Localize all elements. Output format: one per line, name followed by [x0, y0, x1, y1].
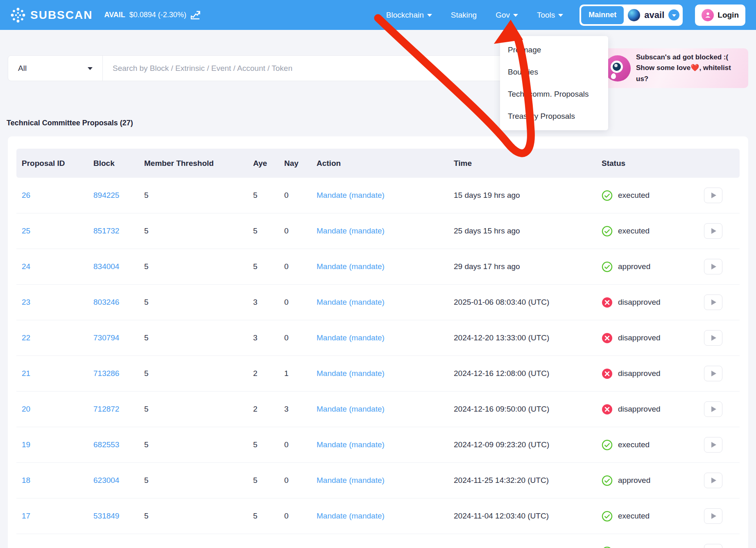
status-success-icon	[602, 546, 613, 548]
row-detail-button[interactable]	[704, 223, 722, 239]
play-icon	[711, 442, 716, 448]
status-label: disapproved	[618, 405, 661, 414]
table-row: 19 682553 5 5 0 Mandate (mandate) 2024-1…	[16, 427, 740, 463]
action-link[interactable]: Mandate (mandate)	[317, 298, 454, 307]
price-chart-icon[interactable]	[190, 11, 200, 20]
proposal-id-link[interactable]: 25	[22, 226, 93, 236]
table-row: 24 834004 5 5 0 Mandate (mandate) 29 day…	[16, 249, 740, 285]
nay-value: 0	[284, 440, 317, 449]
member-threshold-value: 5	[144, 298, 253, 307]
nav-blockchain[interactable]: Blockchain	[386, 11, 432, 20]
nay-value: 1	[284, 369, 317, 378]
menu-item-tech-comm-proposals[interactable]: Tech. comm. Proposals	[500, 83, 608, 105]
page-title: Technical Committee Proposals (27)	[7, 119, 133, 127]
time-value: 2024-12-16 12:08:00 (UTC)	[454, 369, 602, 378]
status-cell: disapproved	[602, 404, 696, 415]
row-detail-button[interactable]	[704, 188, 722, 203]
aye-value: 5	[253, 226, 284, 236]
status-cell: executed	[602, 439, 696, 451]
search-filter-select[interactable]: All	[8, 56, 103, 81]
action-link[interactable]: Mandate (mandate)	[317, 191, 454, 200]
status-success-icon	[602, 226, 613, 237]
row-detail-button[interactable]	[704, 294, 722, 310]
row-detail-button[interactable]	[704, 366, 722, 381]
proposal-id-link[interactable]: 24	[22, 262, 93, 271]
time-value: 15 days 19 hrs ago	[454, 191, 602, 200]
block-link[interactable]: 713286	[93, 369, 144, 378]
gov-dropdown-menu: Preimage Bounties Tech. comm. Proposals …	[500, 36, 608, 130]
row-detail-button[interactable]	[704, 330, 722, 346]
menu-item-treasury-proposals[interactable]: Treasury Proposals	[500, 105, 608, 127]
block-link[interactable]: 712872	[93, 405, 144, 414]
action-link[interactable]: Mandate (mandate)	[317, 476, 454, 485]
status-danger-icon	[602, 297, 613, 308]
action-link[interactable]: Mandate (mandate)	[317, 369, 454, 378]
play-icon	[711, 335, 716, 341]
status-danger-icon	[602, 404, 613, 415]
table-header-row: Proposal ID Block Member Threshold Aye N…	[16, 149, 740, 178]
play-icon	[711, 299, 716, 305]
proposal-id-link[interactable]: 21	[22, 369, 93, 378]
nay-value: 0	[284, 226, 317, 236]
proposal-id-link[interactable]: 17	[22, 512, 93, 521]
block-link[interactable]: 894225	[93, 191, 144, 200]
block-link[interactable]: 803246	[93, 298, 144, 307]
block-link[interactable]: 834004	[93, 262, 144, 271]
row-detail-button[interactable]	[704, 544, 722, 548]
aye-value: 5	[253, 440, 284, 449]
status-label: executed	[618, 226, 650, 236]
nay-value: 0	[284, 298, 317, 307]
row-detail-button[interactable]	[704, 401, 722, 417]
member-threshold-value: 5	[144, 333, 253, 342]
nav-staking[interactable]: Staking	[451, 11, 477, 20]
block-link[interactable]: 623004	[93, 476, 144, 485]
subscan-logo[interactable]: SUBSCAN	[11, 7, 93, 23]
column-header-block: Block	[93, 159, 144, 168]
block-link[interactable]: 531849	[93, 512, 144, 521]
action-link[interactable]: Mandate (mandate)	[317, 333, 454, 342]
nay-value: 0	[284, 476, 317, 485]
proposal-id-link[interactable]: 22	[22, 333, 93, 342]
nay-value: 0	[284, 191, 317, 200]
time-value: 2024-12-09 09:23:20 (UTC)	[454, 440, 602, 449]
row-detail-button[interactable]	[704, 259, 722, 274]
token-price-widget: AVAIL $0.0894 (-2.30%)	[104, 11, 200, 20]
table-body: 26 894225 5 5 0 Mandate (mandate) 15 day…	[16, 178, 740, 548]
network-dropdown-button[interactable]	[668, 9, 679, 20]
block-link[interactable]: 851732	[93, 226, 144, 236]
action-link[interactable]: Mandate (mandate)	[317, 226, 454, 236]
row-detail-button[interactable]	[704, 437, 722, 453]
nay-value: 0	[284, 512, 317, 521]
status-success-icon	[602, 439, 613, 451]
row-detail-button[interactable]	[704, 508, 722, 524]
menu-item-preimage[interactable]: Preimage	[500, 39, 608, 61]
status-cell: approved	[602, 261, 696, 272]
block-link[interactable]: 730794	[93, 333, 144, 342]
avail-logo-icon	[628, 9, 640, 21]
play-icon	[711, 513, 716, 519]
login-button[interactable]: Login	[695, 5, 745, 26]
nav-tools[interactable]: Tools	[537, 11, 563, 20]
status-cell: executed	[602, 511, 696, 522]
status-cell: executed	[602, 226, 696, 237]
aye-value: 5	[253, 262, 284, 271]
proposal-id-link[interactable]: 18	[22, 476, 93, 485]
proposal-id-link[interactable]: 19	[22, 440, 93, 449]
action-link[interactable]: Mandate (mandate)	[317, 440, 454, 449]
status-label: disapproved	[618, 333, 661, 342]
block-link[interactable]: 682553	[93, 440, 144, 449]
menu-item-bounties[interactable]: Bounties	[500, 61, 608, 83]
action-link[interactable]: Mandate (mandate)	[317, 262, 454, 271]
action-link[interactable]: Mandate (mandate)	[317, 512, 454, 521]
proposal-id-link[interactable]: 20	[22, 405, 93, 414]
proposal-id-link[interactable]: 26	[22, 191, 93, 200]
chevron-down-icon	[513, 14, 518, 17]
mainnet-button[interactable]: Mainnet	[581, 6, 624, 24]
action-link[interactable]: Mandate (mandate)	[317, 405, 454, 414]
ad-blocked-banner[interactable]: Subscan's ad got blocked :( Show some lo…	[599, 48, 748, 88]
row-detail-button[interactable]	[704, 473, 722, 488]
nav-gov-label: Gov	[496, 11, 510, 20]
proposal-id-link[interactable]: 23	[22, 298, 93, 307]
nav-gov[interactable]: Gov	[496, 11, 518, 20]
time-value: 2024-12-16 09:50:00 (UTC)	[454, 405, 602, 414]
